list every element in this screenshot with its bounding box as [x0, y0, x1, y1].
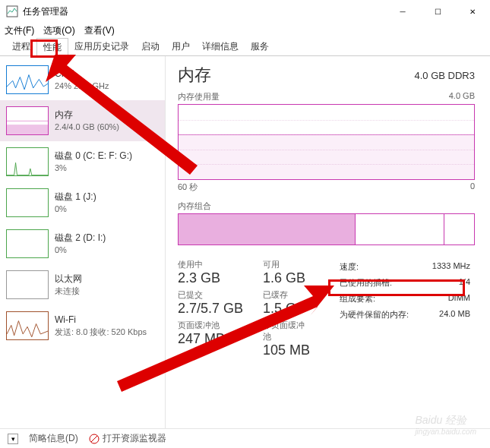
usage-max: 4.0 GB — [449, 91, 475, 103]
in-use-label: 使用中 — [178, 259, 243, 270]
committed-value: 2.7/5.7 GB — [178, 301, 243, 317]
sidebar-item-disk2[interactable]: 磁盘 2 (D: I:)0% — [0, 223, 165, 264]
cached-label: 已缓存 — [263, 289, 312, 301]
menu-file[interactable]: 文件(F) — [5, 24, 34, 37]
disk2-sub: 0% — [55, 245, 106, 256]
svg-rect-0 — [7, 6, 17, 17]
resmon-link[interactable]: 打开资源监视器 — [89, 432, 166, 445]
tab-bar: 进程 性能 应用历史记录 启动 用户 详细信息 服务 — [0, 38, 490, 56]
form-label: 组成要素: — [340, 293, 375, 304]
disk1-name: 磁盘 1 (J:) — [55, 191, 96, 203]
ethernet-sub: 未连接 — [55, 286, 82, 297]
window-title: 任务管理器 — [23, 5, 68, 18]
app-icon — [6, 5, 18, 17]
wifi-sub: 发送: 8.0 接收: 520 Kbps — [55, 327, 147, 338]
menubar: 文件(F) 选项(O) 查看(V) — [0, 23, 490, 38]
memory-thumb-icon — [6, 106, 49, 135]
available-value: 1.6 GB — [263, 270, 312, 286]
minimize-button[interactable]: ─ — [385, 0, 420, 23]
menu-options[interactable]: 选项(O) — [43, 24, 74, 37]
paged-label: 页面缓冲池 — [178, 320, 243, 331]
speed-value: 1333 MHz — [432, 261, 470, 273]
fewer-details-link[interactable]: 简略信息(D) — [29, 432, 78, 445]
disk0-name: 磁盘 0 (C: E: F: G:) — [55, 150, 132, 162]
cpu-sub: 24% 2.60 GHz — [55, 80, 109, 92]
window-controls: ─ ☐ ✕ — [385, 0, 490, 23]
committed-label: 已提交 — [178, 289, 243, 301]
memory-composition-chart — [178, 213, 475, 245]
memory-name: 内存 — [55, 109, 119, 121]
axis-left: 60 秒 — [178, 181, 198, 193]
in-use-value: 2.3 GB — [178, 270, 243, 286]
disk2-thumb-icon — [6, 229, 49, 258]
stats-left: 使用中2.3 GB 可用1.6 GB 已提交2.7/5.7 GB 已缓存1.5 … — [178, 259, 312, 358]
sidebar-item-cpu[interactable]: CPU24% 2.60 GHz — [0, 59, 165, 100]
disk1-thumb-icon — [6, 188, 49, 217]
disk0-sub: 3% — [55, 162, 132, 174]
sidebar-item-disk1[interactable]: 磁盘 1 (J:)0% — [0, 182, 165, 223]
disk1-sub: 0% — [55, 203, 96, 215]
slots-label: 已使用的插槽: — [340, 277, 392, 289]
sidebar-item-wifi[interactable]: Wi-Fi发送: 8.0 接收: 520 Kbps — [0, 305, 165, 346]
cached-value: 1.5 GB — [263, 301, 312, 317]
cpu-name: CPU — [55, 68, 109, 80]
resmon-icon — [89, 434, 100, 444]
detail-title: 内存 — [178, 64, 211, 87]
tab-app-history[interactable]: 应用历史记录 — [68, 38, 135, 55]
content-area: CPU24% 2.60 GHz 内存2.4/4.0 GB (60%) 磁盘 0 … — [0, 56, 490, 428]
form-value: DIMM — [448, 293, 470, 304]
sidebar: CPU24% 2.60 GHz 内存2.4/4.0 GB (60%) 磁盘 0 … — [0, 56, 166, 428]
disk2-name: 磁盘 2 (D: I:) — [55, 232, 106, 245]
svg-line-4 — [91, 436, 97, 442]
axis-right: 0 — [470, 181, 475, 193]
memory-usage-chart — [178, 104, 475, 180]
memory-sub: 2.4/4.0 GB (60%) — [55, 121, 119, 133]
svg-rect-1 — [7, 125, 48, 134]
wifi-name: Wi-Fi — [55, 314, 147, 327]
tab-users[interactable]: 用户 — [166, 38, 196, 55]
close-button[interactable]: ✕ — [455, 0, 490, 23]
maximize-button[interactable]: ☐ — [420, 0, 455, 23]
sidebar-item-ethernet[interactable]: 以太网未连接 — [0, 264, 165, 305]
disk0-thumb-icon — [6, 147, 49, 176]
titlebar: 任务管理器 ─ ☐ ✕ — [0, 0, 490, 23]
paged-value: 247 MB — [178, 331, 243, 347]
wifi-thumb-icon — [6, 311, 49, 340]
usage-label: 内存使用量 — [178, 91, 220, 103]
sidebar-item-memory[interactable]: 内存2.4/4.0 GB (60%) — [0, 100, 165, 141]
available-label: 可用 — [263, 259, 312, 270]
reserved-value: 24.0 MB — [439, 309, 470, 320]
sidebar-item-disk0[interactable]: 磁盘 0 (C: E: F: G:)3% — [0, 141, 165, 182]
detail-spec: 4.0 GB DDR3 — [415, 70, 475, 81]
detail-pane: 内存 4.0 GB DDR3 内存使用量 4.0 GB 60 秒 0 内存组合 … — [166, 56, 490, 428]
tab-services[interactable]: 服务 — [245, 38, 275, 55]
tab-details[interactable]: 详细信息 — [196, 38, 245, 55]
composition-label: 内存组合 — [178, 200, 211, 212]
nonpaged-value: 105 MB — [263, 342, 312, 358]
ethernet-thumb-icon — [6, 270, 49, 299]
ethernet-name: 以太网 — [55, 273, 82, 286]
nonpaged-label: 非页面缓冲池 — [263, 320, 312, 342]
statusbar: ▾ 简略信息(D) 打开资源监视器 — [0, 428, 490, 448]
menu-view[interactable]: 查看(V) — [84, 24, 115, 37]
speed-label: 速度: — [340, 261, 359, 273]
tab-startup[interactable]: 启动 — [135, 38, 166, 55]
cpu-thumb-icon — [6, 65, 49, 94]
slots-value: 1/4 — [459, 277, 470, 289]
expand-icon[interactable]: ▾ — [8, 434, 18, 444]
stats-right: 速度:1333 MHz 已使用的插槽:1/4 组成要素:DIMM 为硬件保留的内… — [335, 259, 475, 358]
tab-performance[interactable]: 性能 — [36, 38, 68, 56]
reserved-label: 为硬件保留的内存: — [340, 309, 409, 320]
tab-processes[interactable]: 进程 — [6, 38, 36, 55]
